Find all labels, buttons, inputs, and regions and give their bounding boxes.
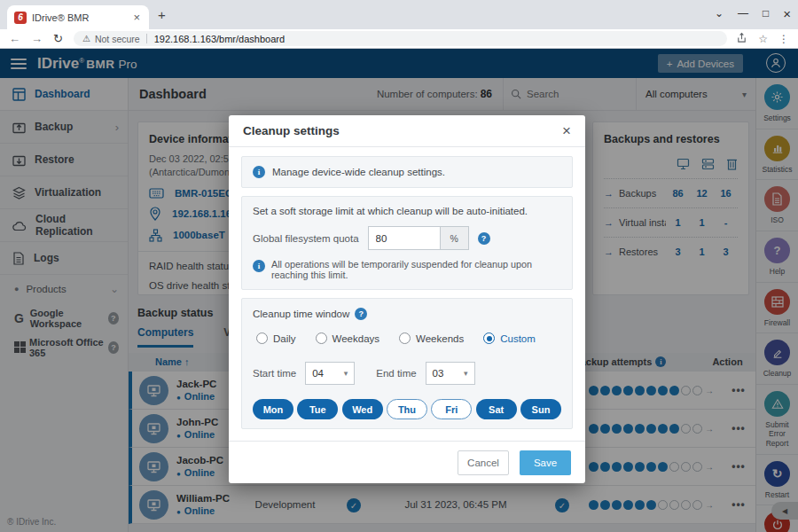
address-bar-row: ← → ↻ ⚠ Not secure 192.168.1.163/bmr/das… [0,29,798,49]
new-tab-button[interactable]: + [158,7,166,22]
info-icon: i [253,260,265,272]
radio-icon [256,332,268,344]
browser-menu-icon[interactable]: ⋮ [778,33,789,45]
help-icon[interactable]: ? [478,232,490,245]
time-window-section: Cleanup time window ? Daily Weekdays Wee… [241,298,573,429]
radio-custom[interactable]: Custom [483,332,536,344]
modal-body: i Manage device-wide cleanup settings. S… [229,147,585,441]
day-pill-thu[interactable]: Thu [387,399,427,419]
radio-daily[interactable]: Daily [256,332,296,344]
browser-tab[interactable]: 6 IDrive® BMR × [7,5,149,29]
quota-section-title: Set a soft storage limit at which cleanu… [253,206,561,216]
back-icon[interactable]: ← [9,32,20,45]
quota-unit: % [441,226,469,250]
quota-note-text: All operations will be temporarily suspe… [271,259,561,280]
screen: 6 IDrive® BMR × + ⌄ — □ × ← → ↻ ⚠ Not se… [0,0,798,532]
tab-close-icon[interactable]: × [131,11,142,24]
time-window-label: Cleanup time window [253,309,349,319]
day-pill-wed[interactable]: Wed [342,399,383,419]
radio-weekends[interactable]: Weekends [399,332,464,344]
info-text: Manage device-wide cleanup settings. [272,167,445,177]
not-secure-warning-icon: ⚠ [82,34,90,43]
bookmark-star-icon[interactable]: ☆ [758,33,768,45]
browser-chrome: 6 IDrive® BMR × + ⌄ — □ × ← → ↻ ⚠ Not se… [0,0,798,49]
radio-icon [399,332,411,344]
forward-icon[interactable]: → [31,32,43,45]
tab-strip: 6 IDrive® BMR × + ⌄ — □ × [0,0,798,29]
app-area: IDrive ® BMR Pro + Add Devices Dashboard… [0,49,798,532]
window-controls: ⌄ — □ × [715,2,791,25]
url-text[interactable]: 192.168.1.163/bmr/dashboard [154,34,285,44]
reload-icon[interactable]: ↻ [53,32,63,45]
url-divider [146,34,147,43]
modal-footer: Cancel Save [229,441,585,483]
radio-icon-selected [483,332,495,344]
window-maximize-button[interactable]: □ [763,7,769,20]
start-time-label: Start time [253,368,296,379]
window-minimize-button[interactable]: — [738,7,748,20]
close-icon[interactable]: × [562,122,571,140]
info-icon: i [253,166,265,178]
day-pills: Mon Tue Wed Thu Fri Sat Sun [253,399,561,419]
day-pill-sun[interactable]: Sun [520,399,561,419]
quota-note: i All operations will be temporarily sus… [253,259,561,280]
idrive-favicon: 6 [14,12,27,24]
window-close-button[interactable]: × [783,6,791,21]
modal-title: Cleanup settings [243,124,340,137]
radio-weekdays[interactable]: Weekdays [316,332,379,344]
info-box: i Manage device-wide cleanup settings. [241,156,573,188]
radio-icon [316,332,327,344]
quota-section: Set a soft storage limit at which cleanu… [241,196,573,290]
day-pill-tue[interactable]: Tue [297,399,338,419]
help-icon[interactable]: ? [355,308,367,320]
schedule-radio-group: Daily Weekdays Weekends Custom [256,332,561,344]
end-time-select[interactable]: 03▾ [426,362,475,385]
tab-title: IDrive® BMR [32,12,131,23]
share-icon[interactable] [736,32,747,46]
time-range-row: Start time 04▾ End time 03▾ [253,362,561,385]
save-button[interactable]: Save [520,450,571,475]
cancel-button[interactable]: Cancel [458,450,509,475]
quota-label: Global filesystem quota [253,233,359,244]
start-time-select[interactable]: 04▾ [305,362,355,385]
day-pill-sat[interactable]: Sat [476,399,517,419]
modal-header: Cleanup settings × [229,115,585,147]
tab-search-chevron-icon[interactable]: ⌄ [715,7,724,20]
quota-input[interactable] [368,226,441,250]
dropdown-arrow-icon: ▾ [464,369,468,378]
address-bar-actions: ☆ ⋮ [736,32,789,46]
dropdown-arrow-icon: ▾ [344,369,348,378]
cleanup-settings-modal: Cleanup settings × i Manage device-wide … [229,115,585,483]
address-bar[interactable]: ⚠ Not secure 192.168.1.163/bmr/dashboard [74,31,727,46]
day-pill-fri[interactable]: Fri [431,399,472,419]
end-time-label: End time [376,368,416,379]
day-pill-mon[interactable]: Mon [253,399,293,419]
not-secure-label[interactable]: Not secure [95,34,140,44]
